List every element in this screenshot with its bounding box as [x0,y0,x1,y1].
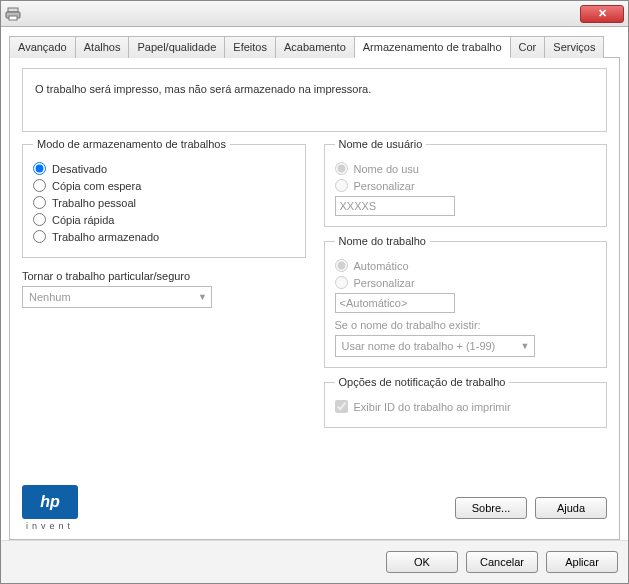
storage-mode-group: Modo de armazenamento de trabalhos Desat… [22,138,306,258]
close-button[interactable]: ✕ [580,5,624,23]
secure-label: Tornar o trabalho particular/seguro [22,270,306,282]
radio-jobname-custom: Personalizar [335,276,597,289]
radio-jobname-auto-input [335,259,348,272]
tab-advanced[interactable]: Avançado [9,36,76,58]
notify-legend: Opções de notificação de trabalho [335,376,510,388]
cancel-button[interactable]: Cancelar [466,551,538,573]
hp-brand: hp [40,493,60,511]
jobname-exists-value: Usar nome do trabalho + (1-99) [342,340,496,352]
radio-personal[interactable]: Trabalho pessoal [33,196,295,209]
tab-paper-quality[interactable]: Papel/qualidade [128,36,225,58]
info-message: O trabalho será impresso, mas não será a… [22,68,607,132]
radio-off-input[interactable] [33,162,46,175]
radio-label: Trabalho armazenado [52,231,159,243]
radio-label: Nome do usu [354,163,419,175]
button-label: OK [414,556,430,568]
secure-group: Tornar o trabalho particular/seguro Nenh… [22,270,306,308]
button-label: Sobre... [472,502,511,514]
radio-quick-input[interactable] [33,213,46,226]
radio-username-auto: Nome do usu [335,162,597,175]
checkbox-label: Exibir ID do trabalho ao imprimir [354,401,511,413]
radio-stored[interactable]: Trabalho armazenado [33,230,295,243]
tab-label: Papel/qualidade [137,41,216,53]
ok-button[interactable]: OK [386,551,458,573]
tab-color[interactable]: Cor [510,36,546,58]
titlebar: ✕ [1,1,628,27]
dialog-footer: OK Cancelar Aplicar [1,540,628,583]
tab-shortcuts[interactable]: Atalhos [75,36,130,58]
tab-services[interactable]: Serviços [544,36,604,58]
svg-rect-2 [9,16,17,20]
svg-rect-0 [8,8,18,12]
jobname-group: Nome do trabalho Automático Personalizar… [324,235,608,368]
tab-label: Efeitos [233,41,267,53]
radio-personal-input[interactable] [33,196,46,209]
jobname-input [335,293,455,313]
dialog-window: ✕ Avançado Atalhos Papel/qualidade Efeit… [0,0,629,584]
button-label: Aplicar [565,556,599,568]
checkbox-show-jobid-input [335,400,348,413]
radio-label: Personalizar [354,277,415,289]
radio-label: Personalizar [354,180,415,192]
hp-tagline: invent [26,521,74,531]
tab-label: Serviços [553,41,595,53]
radio-label: Automático [354,260,409,272]
radio-jobname-auto: Automático [335,259,597,272]
jobname-exists-select: Usar nome do trabalho + (1-99) ▼ [335,335,535,357]
radio-username-auto-input [335,162,348,175]
jobname-exists-label: Se o nome do trabalho existir: [335,319,597,331]
close-icon: ✕ [598,7,607,20]
secure-select: Nenhum ▼ [22,286,212,308]
jobname-legend: Nome do trabalho [335,235,430,247]
info-text: O trabalho será impresso, mas não será a… [35,83,371,95]
radio-label: Cópia rápida [52,214,114,226]
button-label: Ajuda [557,502,585,514]
username-input [335,196,455,216]
radio-label: Cópia com espera [52,180,141,192]
radio-proof[interactable]: Cópia com espera [33,179,295,192]
storage-mode-legend: Modo de armazenamento de trabalhos [33,138,230,150]
tab-label: Avançado [18,41,67,53]
chevron-down-icon: ▼ [521,341,530,351]
radio-stored-input[interactable] [33,230,46,243]
username-legend: Nome de usuário [335,138,427,150]
tabs: Avançado Atalhos Papel/qualidade Efeitos… [9,35,620,58]
chevron-down-icon: ▼ [198,292,207,302]
radio-label: Desativado [52,163,107,175]
radio-quick[interactable]: Cópia rápida [33,213,295,226]
help-button[interactable]: Ajuda [535,497,607,519]
radio-jobname-custom-input [335,276,348,289]
radio-username-custom: Personalizar [335,179,597,192]
secure-value: Nenhum [29,291,71,303]
tab-effects[interactable]: Efeitos [224,36,276,58]
about-button[interactable]: Sobre... [455,497,527,519]
button-label: Cancelar [480,556,524,568]
radio-username-custom-input [335,179,348,192]
radio-label: Trabalho pessoal [52,197,136,209]
radio-off[interactable]: Desativado [33,162,295,175]
apply-button[interactable]: Aplicar [546,551,618,573]
tab-job-storage[interactable]: Armazenamento de trabalho [354,36,511,58]
username-group: Nome de usuário Nome do usu Personalizar [324,138,608,227]
printer-icon [5,6,21,22]
tab-finishing[interactable]: Acabamento [275,36,355,58]
tab-label: Cor [519,41,537,53]
notify-group: Opções de notificação de trabalho Exibir… [324,376,608,428]
tab-label: Armazenamento de trabalho [363,41,502,53]
radio-proof-input[interactable] [33,179,46,192]
tab-label: Atalhos [84,41,121,53]
hp-logo: hp invent [22,485,78,531]
checkbox-show-jobid: Exibir ID do trabalho ao imprimir [335,400,597,413]
tab-label: Acabamento [284,41,346,53]
tab-panel: O trabalho será impresso, mas não será a… [9,58,620,540]
